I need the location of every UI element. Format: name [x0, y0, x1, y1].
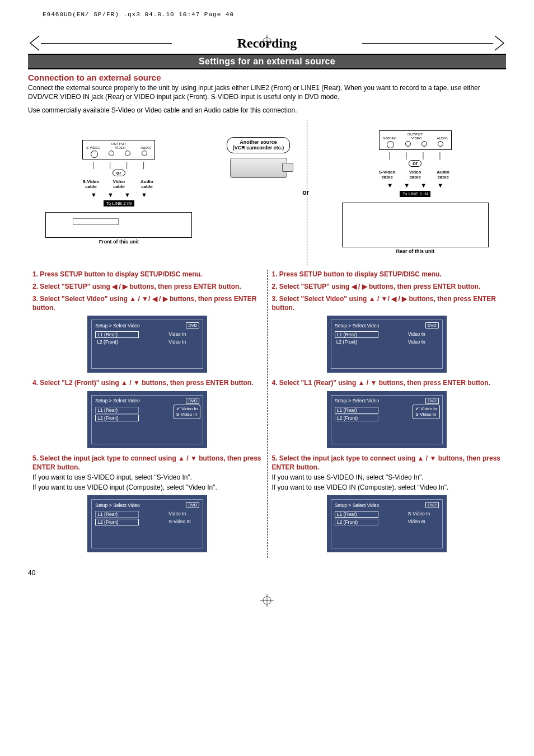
steps-column-front: 1. Press SETUP button to display SETUP/D… — [28, 270, 267, 558]
source-output-panel-rear: OUTPUT S-VIDEOVIDEOAUDIO — [379, 130, 452, 150]
osd-popup-rear: Video In S-Video In — [413, 405, 439, 420]
diagram-front: OUTPUT S-VIDEOVIDEOAUDIO ││││ or S-Video… — [28, 140, 210, 245]
or-pill-left: or — [113, 170, 125, 176]
chevron-left-icon — [28, 35, 41, 51]
unit-front-icon — [45, 212, 192, 238]
osd-screenshot-front-1: Setup > Select VideoDVD L1 (Rear)Video I… — [87, 316, 207, 373]
rear-caption: Rear of this unit — [396, 248, 434, 254]
video-cable-label: Video cable — [107, 180, 130, 189]
diagram-rear: OUTPUT S-VIDEOVIDEOAUDIO ││││ or S-Video… — [324, 130, 506, 254]
another-source-label: Another source (VCR camcorder etc.) — [227, 137, 291, 154]
right-step-4: 4. Select "L1 (Rear)" using ▲ / ▼ button… — [272, 378, 502, 387]
chapter-bar: Recording — [28, 35, 506, 51]
source-output-panel-front: OUTPUT S-VIDEOVIDEOAUDIO — [82, 140, 155, 159]
intro-paragraph-2: Use commercially available S-Video or Vi… — [28, 106, 506, 115]
osd-screenshot-front-3: Setup > Select VideoDVD L1 (Rear)Video I… — [87, 495, 207, 552]
osd-popup-front: Video In S-Video In — [174, 405, 200, 420]
osd-screenshot-front-2: Setup > Select VideoDVD L1 (Rear) L2 (Fr… — [87, 391, 207, 448]
connection-diagram: OUTPUT S-VIDEOVIDEOAUDIO ││││ or S-Video… — [28, 120, 506, 265]
unit-rear-icon — [342, 203, 489, 247]
left-step-4: 4. Select "L2 (Front)" using ▲ / ▼ butto… — [32, 378, 263, 387]
steps-column-rear: 1. Press SETUP button to display SETUP/D… — [268, 270, 507, 558]
right-step-1: 1. Press SETUP button to display SETUP/D… — [272, 270, 502, 279]
left-step-5: 5. Select the input jack type to connect… — [32, 454, 263, 492]
page-number: 40 — [28, 569, 506, 577]
audio-cable-label: Audio cable — [135, 180, 158, 189]
sub-heading: Connection to an external source — [28, 73, 506, 82]
osd-screenshot-rear-1: Setup > Select VideoDVD L1 (Rear)Video I… — [327, 316, 447, 373]
left-step-3: 3. Select "Select Video" using ▲ / ▼/ ◀ … — [32, 294, 263, 312]
right-step-3: 3. Select "Select Video" using ▲ / ▼/ ◀ … — [272, 294, 502, 312]
osd-screenshot-rear-3: Setup > Select VideoDVD L1 (Rear)S-Video… — [327, 495, 447, 552]
svideo-cable-label: S-Video cable — [79, 180, 102, 189]
osd-screenshot-rear-2: Setup > Select VideoDVD L1 (Rear) L2 (Fr… — [327, 391, 447, 448]
right-step-2: 2. Select "SETUP" using ◀ / ▶ buttons, t… — [272, 282, 502, 291]
front-caption: Front of this unit — [99, 239, 139, 245]
camcorder-icon — [230, 158, 287, 178]
left-step-2: 2. Select "SETUP" using ◀ / ▶ buttons, t… — [32, 282, 263, 291]
chapter-title: Recording — [171, 36, 362, 51]
diagram-vertical-divider: or — [307, 120, 307, 265]
left-step-1: 1. Press SETUP button to display SETUP/D… — [32, 270, 263, 279]
section-bar: Settings for an external source — [28, 54, 506, 69]
intro-paragraph-1: Connect the external source properly to … — [28, 83, 506, 101]
crop-mark-bottom — [22, 594, 512, 609]
right-step-5: 5. Select the input jack type to connect… — [272, 454, 502, 492]
to-line2-badge: To LINE 2 IN — [104, 200, 134, 206]
chevron-right-icon — [493, 35, 506, 51]
or-pill-right: or — [409, 160, 421, 167]
to-line1-badge: To LINE 1 IN — [400, 191, 430, 197]
print-job-header: E9460UD(EN/ SP/FR) .qx3 04.8.10 10:47 Pa… — [43, 11, 512, 18]
diagram-source: Another source (VCR camcorder etc.) — [227, 137, 291, 181]
